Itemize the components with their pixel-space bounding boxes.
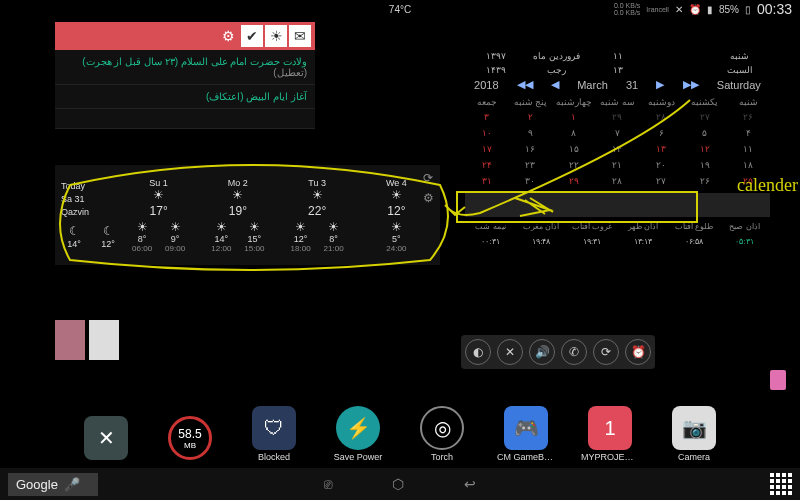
cal-day[interactable]: ۱۱ bbox=[726, 141, 770, 157]
cal-day[interactable]: ۲۹ bbox=[596, 109, 640, 125]
cal-day[interactable]: ۶ bbox=[639, 125, 683, 141]
sun-icon[interactable]: ☀ bbox=[265, 25, 287, 47]
recents-icon[interactable]: ⎚ bbox=[324, 476, 332, 492]
mail-icon[interactable]: ✉ bbox=[289, 25, 311, 47]
fc-hi: 22° bbox=[287, 204, 347, 218]
calendar-event-bar[interactable] bbox=[465, 193, 770, 217]
cal-day[interactable]: ۲۱ bbox=[596, 157, 640, 173]
app-myprojects[interactable]: 1 MYPROJECTS bbox=[581, 406, 639, 462]
cal-day[interactable]: ۱ bbox=[552, 109, 596, 125]
storage-unit: MB bbox=[184, 441, 196, 450]
alarm-icon: ⏰ bbox=[689, 4, 701, 15]
sound-off-icon[interactable]: ✕ bbox=[497, 339, 523, 365]
prayer-values: ۰۰:۳۱۱۹:۴۸۱۹:۳۱۱۳:۱۳۰۶:۵۸۰۵:۳۱ bbox=[465, 236, 770, 247]
cal-day[interactable]: ۲۸ bbox=[639, 109, 683, 125]
pixel-sprite[interactable] bbox=[770, 370, 786, 390]
cal-month-en[interactable]: March bbox=[577, 79, 608, 91]
cal-day-ar: ۱۳ bbox=[587, 64, 648, 76]
weather-widget[interactable]: ⟳ ⚙ Today Sa 31 Qazvin ☾14° ☾12° Su 1☀17… bbox=[55, 165, 440, 265]
home-icon[interactable]: ⬡ bbox=[392, 476, 404, 492]
alarm-toggle-icon[interactable]: ⏰ bbox=[625, 339, 651, 365]
cal-wd-fa: شنبه bbox=[709, 50, 770, 62]
thumbnail[interactable] bbox=[55, 320, 85, 360]
cal-week: ۱۷۱۶۱۵۱۴۱۳۱۲۱۱ bbox=[465, 141, 770, 157]
event-row[interactable]: آغاز ایام البیض (اعتکاف) bbox=[55, 85, 315, 109]
sync-icon[interactable]: ⟳ bbox=[593, 339, 619, 365]
pt-label: غروب آفتاب bbox=[567, 221, 618, 232]
pt-label: اذان صبح bbox=[719, 221, 770, 232]
cal-day[interactable]: ۱۹ bbox=[683, 157, 727, 173]
cal-day[interactable]: ۷ bbox=[596, 125, 640, 141]
app-drawer-icon[interactable] bbox=[770, 473, 792, 495]
cal-day[interactable]: ۲۶ bbox=[726, 109, 770, 125]
cal-day[interactable]: ۲۶ bbox=[683, 173, 727, 189]
cal-day[interactable]: ۱۸ bbox=[726, 157, 770, 173]
fc-hi: 17° bbox=[129, 204, 189, 218]
book-thumbnails[interactable] bbox=[55, 320, 119, 360]
sun-icon: ☀ bbox=[137, 220, 148, 234]
cal-day[interactable]: ۳۱ bbox=[465, 173, 509, 189]
calendar-check-icon[interactable]: ✔ bbox=[241, 25, 263, 47]
cal-day[interactable]: ۳۰ bbox=[509, 173, 553, 189]
cal-dow: دوشنبه bbox=[639, 95, 683, 109]
app-label: MYPROJECTS bbox=[581, 452, 639, 462]
pt-value: ۰۶:۵۸ bbox=[668, 236, 719, 247]
cal-day-fa: ۱۱ bbox=[587, 50, 648, 62]
cal-day[interactable]: ۱۰ bbox=[465, 125, 509, 141]
prev-far-icon[interactable]: ◀◀ bbox=[517, 78, 533, 91]
app-save-power[interactable]: ⚡ Save Power bbox=[329, 406, 387, 462]
app-gamebox[interactable]: 🎮 CM GameBo... bbox=[497, 406, 555, 462]
cal-day[interactable]: ۱۵ bbox=[552, 141, 596, 157]
cal-day[interactable]: ۲۹ bbox=[552, 173, 596, 189]
pt-value: ۰۵:۳۱ bbox=[719, 236, 770, 247]
cal-day[interactable]: ۲۰ bbox=[639, 157, 683, 173]
cal-day[interactable]: ۸ bbox=[552, 125, 596, 141]
back-icon[interactable]: ↩ bbox=[464, 476, 476, 492]
thumbnail[interactable] bbox=[89, 320, 119, 360]
google-search[interactable]: Google 🎤 bbox=[8, 473, 98, 496]
app-close[interactable]: ✕ bbox=[77, 416, 135, 462]
cal-week: ۳۱۳۰۲۹۲۸۲۷۲۶۲۵ bbox=[465, 173, 770, 189]
cal-day[interactable]: ۲۷ bbox=[639, 173, 683, 189]
weather-settings-icon[interactable]: ⚙ bbox=[423, 191, 434, 205]
cal-day[interactable]: ۲۳ bbox=[509, 157, 553, 173]
cal-day[interactable]: ۲۷ bbox=[683, 109, 727, 125]
cal-day[interactable]: ۱۲ bbox=[683, 141, 727, 157]
app-camera[interactable]: 📷 Camera bbox=[665, 406, 723, 462]
sun-icon: ☀ bbox=[287, 188, 347, 202]
cal-day[interactable]: ۱۴ bbox=[596, 141, 640, 157]
brightness-icon[interactable]: ◐ bbox=[465, 339, 491, 365]
refresh-icon[interactable]: ⟳ bbox=[423, 171, 434, 185]
cal-day[interactable]: ۲۲ bbox=[552, 157, 596, 173]
next-far-icon[interactable]: ▶▶ bbox=[683, 78, 699, 91]
event-row[interactable]: ولادت حضرت امام علی السلام (۲۳ سال قبل ا… bbox=[55, 50, 315, 85]
cal-day[interactable]: ۹ bbox=[509, 125, 553, 141]
cal-day[interactable]: ۱۳ bbox=[639, 141, 683, 157]
prev-icon[interactable]: ◀ bbox=[551, 78, 559, 91]
next-icon[interactable]: ▶ bbox=[656, 78, 664, 91]
cal-day[interactable]: ۴ bbox=[726, 125, 770, 141]
fc-temp: 9° bbox=[171, 234, 180, 244]
cal-day[interactable]: ۲۸ bbox=[596, 173, 640, 189]
cal-day[interactable]: ۲۴ bbox=[465, 157, 509, 173]
cal-day[interactable]: ۵ bbox=[683, 125, 727, 141]
battery-pct: 85% bbox=[719, 4, 739, 15]
fc-hour: 15:00 bbox=[244, 244, 264, 253]
cal-day[interactable]: ۳ bbox=[465, 109, 509, 125]
app-storage[interactable]: 58.5 MB bbox=[161, 416, 219, 462]
torch-icon: ◎ bbox=[434, 416, 451, 440]
mic-icon[interactable]: 🎤 bbox=[64, 477, 80, 492]
quick-toggles: ◐ ✕ 🔊 ✆ ⟳ ⏰ bbox=[461, 335, 655, 369]
fc-day: Tu 3 bbox=[287, 178, 347, 188]
forecast-day: Su 1☀17°☀8°06:00☀9°09:00 bbox=[129, 178, 189, 253]
fc-temp: 15° bbox=[248, 234, 262, 244]
settings-icon[interactable]: ⚙ bbox=[217, 25, 239, 47]
phone-icon[interactable]: ✆ bbox=[561, 339, 587, 365]
sound-icon[interactable]: 🔊 bbox=[529, 339, 555, 365]
app-torch[interactable]: ◎ Torch bbox=[413, 406, 471, 462]
cal-day[interactable]: ۱۷ bbox=[465, 141, 509, 157]
folder-badge: 1 bbox=[604, 417, 615, 440]
app-blocked[interactable]: 🛡 Blocked bbox=[245, 406, 303, 462]
cal-day[interactable]: ۱۶ bbox=[509, 141, 553, 157]
cal-day[interactable]: ۲ bbox=[509, 109, 553, 125]
